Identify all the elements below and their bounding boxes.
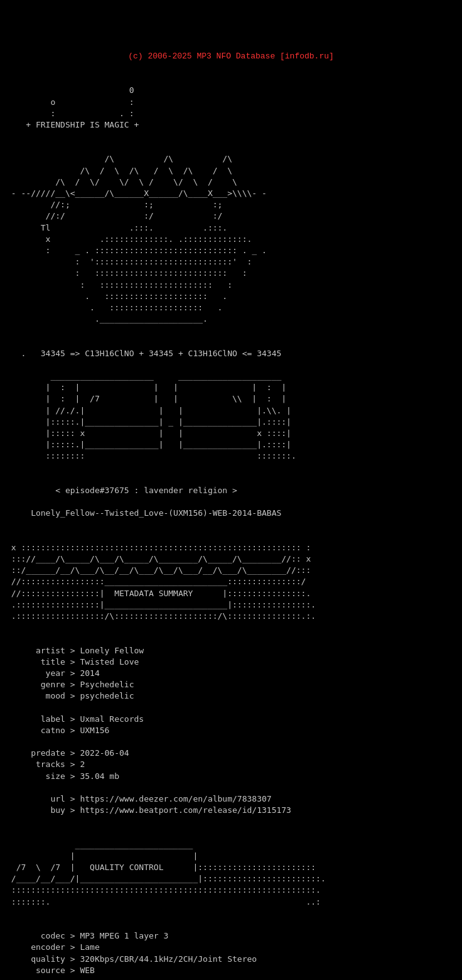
label-value: Uxmal Records [80, 714, 144, 724]
ascii-art-block: 0 o : : . : + FRIENDSHIP IS MAGIC + /\ /… [6, 85, 456, 980]
page-title: (c) 2006-2025 MP3 NFO Database [infodb.r… [6, 51, 456, 62]
nfo-content: 0 o : : . : + FRIENDSHIP IS MAGIC + /\ /… [6, 74, 456, 980]
